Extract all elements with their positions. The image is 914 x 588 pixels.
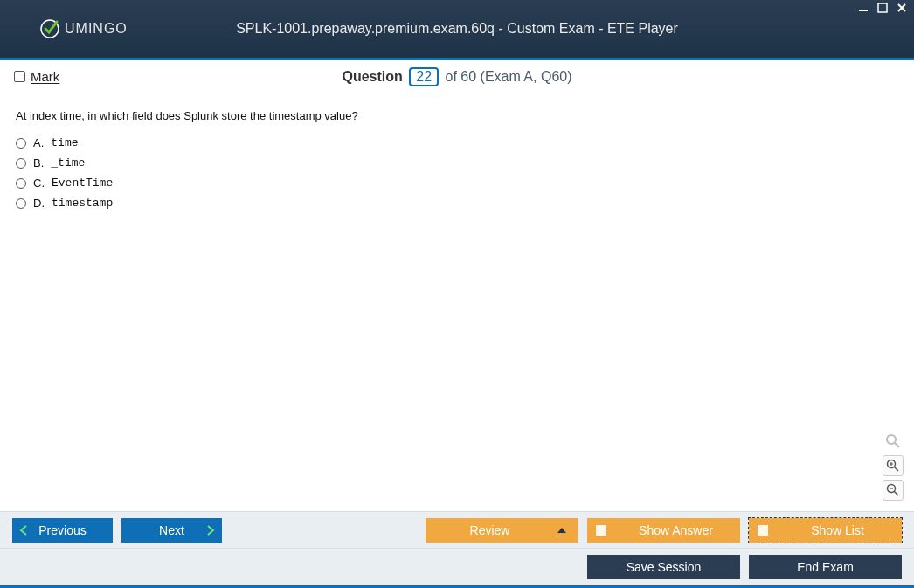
footer-actions: Save Session End Exam — [0, 549, 914, 585]
show-list-label: Show List — [811, 523, 864, 537]
previous-label: Previous — [38, 523, 86, 537]
save-session-button[interactable]: Save Session — [587, 555, 740, 579]
answer-letter: C. — [33, 176, 45, 190]
answer-option[interactable]: D. timestamp — [16, 197, 898, 210]
end-exam-label: End Exam — [797, 560, 854, 574]
app-title: SPLK-1001.prepaway.premium.exam.60q - Cu… — [0, 21, 914, 37]
radio-icon[interactable] — [16, 138, 26, 149]
answer-letter: A. — [33, 136, 44, 149]
mark-label: Mark — [31, 69, 59, 84]
question-of-text: of 60 (Exam A, Q60) — [446, 69, 572, 84]
checkbox-icon[interactable] — [14, 71, 25, 82]
svg-rect-1 — [859, 10, 868, 11]
radio-icon[interactable] — [16, 198, 26, 209]
check-icon — [38, 17, 61, 40]
show-list-button[interactable]: Show List — [749, 518, 902, 543]
triangle-up-icon — [557, 528, 566, 533]
answer-text: EventTime — [52, 176, 113, 190]
mark-checkbox[interactable]: Mark — [14, 69, 59, 84]
show-answer-label: Show Answer — [639, 523, 713, 537]
answer-text: time — [51, 136, 78, 149]
close-icon[interactable] — [895, 2, 909, 14]
radio-icon[interactable] — [16, 178, 26, 189]
review-button[interactable]: Review — [426, 518, 578, 543]
end-exam-button[interactable]: End Exam — [749, 555, 902, 579]
logo: UMINGO — [38, 17, 128, 40]
previous-button[interactable]: Previous — [12, 518, 113, 543]
answer-option[interactable]: A. time — [16, 136, 898, 149]
answer-letter: D. — [33, 197, 45, 210]
question-content: At index time, in which field does Splun… — [0, 93, 914, 512]
answers-list: A. time B. _time C. EventTime D. timesta… — [16, 136, 898, 210]
answer-text: _time — [51, 156, 85, 169]
question-header: Mark Question 22 of 60 (Exam A, Q60) — [0, 60, 914, 93]
list-icon — [758, 525, 768, 536]
search-icon[interactable] — [883, 431, 904, 452]
footer-nav: Previous Next Review Show Answer Show Li… — [0, 512, 914, 549]
answer-option[interactable]: B. _time — [16, 156, 898, 169]
zoom-in-icon[interactable] — [883, 455, 904, 476]
maximize-icon[interactable] — [876, 2, 890, 14]
show-answer-button[interactable]: Show Answer — [587, 518, 740, 543]
chevron-right-icon — [206, 525, 215, 536]
radio-icon[interactable] — [16, 158, 26, 169]
question-word: Question — [343, 69, 403, 84]
next-label: Next — [159, 523, 184, 537]
titlebar: UMINGO SPLK-1001.prepaway.premium.exam.6… — [0, 0, 914, 58]
save-session-label: Save Session — [627, 560, 702, 574]
chevron-left-icon — [19, 525, 28, 536]
review-label: Review — [470, 523, 510, 537]
zoom-controls — [883, 431, 904, 501]
next-button[interactable]: Next — [121, 518, 222, 543]
logo-text: UMINGO — [65, 21, 128, 37]
window-controls — [856, 2, 909, 14]
minimize-icon[interactable] — [856, 2, 870, 14]
answer-icon — [596, 525, 606, 536]
answer-letter: B. — [33, 156, 44, 169]
answer-option[interactable]: C. EventTime — [16, 176, 898, 190]
question-number-input[interactable]: 22 — [409, 67, 439, 86]
question-text: At index time, in which field does Splun… — [16, 109, 898, 122]
svg-rect-2 — [878, 3, 887, 12]
question-indicator: Question 22 of 60 (Exam A, Q60) — [0, 67, 914, 86]
svg-point-3 — [887, 435, 896, 444]
zoom-out-icon[interactable] — [883, 480, 904, 501]
answer-text: timestamp — [52, 197, 113, 210]
